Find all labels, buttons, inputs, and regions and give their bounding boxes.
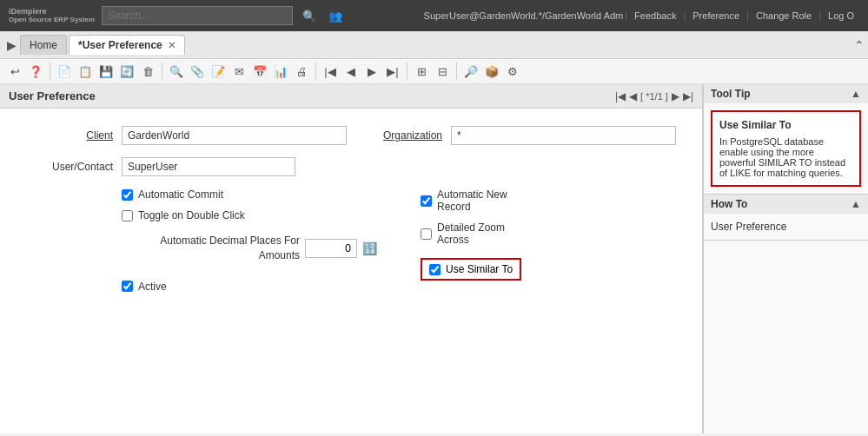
org-input[interactable] xyxy=(451,126,676,145)
tab-close-icon[interactable]: ✕ xyxy=(168,40,176,51)
detailed-zoom-check-row: Detailed ZoomAcross xyxy=(421,221,676,246)
toolbar-sep-4 xyxy=(407,63,407,80)
print-btn[interactable]: 🖨 xyxy=(292,62,311,81)
tab-home-label: Home xyxy=(30,39,57,51)
user-info-text: SuperUser@GardenWorld.*/GardenWorld Adm xyxy=(424,10,624,21)
user-contact-row: User/Contact xyxy=(26,157,676,176)
decimal-input[interactable] xyxy=(305,239,357,258)
pagination: |◀ ◀ [ *1/1 ] ▶ ▶| xyxy=(615,90,693,102)
toolbar-sep-1 xyxy=(50,63,50,80)
tab-user-preference-label: *User Preference xyxy=(78,39,162,51)
active-checkbox[interactable] xyxy=(122,281,133,292)
settings-btn[interactable]: ⚙ xyxy=(503,62,522,81)
feedback-link[interactable]: Feedback xyxy=(629,10,681,21)
auto-commit-checkbox[interactable] xyxy=(122,189,133,201)
page-prev-btn[interactable]: ◀ xyxy=(629,90,637,102)
page-current: [ *1/1 ] xyxy=(640,91,668,102)
org-label: Organization xyxy=(355,129,442,142)
email-btn[interactable]: ✉ xyxy=(229,62,248,81)
howto-section: How To ▲ User Preference xyxy=(704,195,868,241)
new-record-btn[interactable]: 📄 xyxy=(55,62,74,81)
client-label: Client xyxy=(26,129,113,142)
page-next-btn[interactable]: ▶ xyxy=(672,90,679,102)
tooltip-title: Tool Tip xyxy=(711,88,751,100)
nav-first-btn[interactable]: |◀ xyxy=(321,62,340,81)
back-btn[interactable]: ↩ xyxy=(5,62,24,81)
toolbar: ↩ ❓ 📄 📋 💾 🔄 🗑 🔍 📎 📝 ✉ 📅 📊 🖨 |◀ ◀ ▶ ▶| ⊞ … xyxy=(0,59,868,84)
toolbar-sep-2 xyxy=(162,63,162,80)
auto-new-check-row: Automatic NewRecord xyxy=(421,188,676,213)
use-similar-container: Use Similar To xyxy=(421,254,676,281)
help-btn[interactable]: ❓ xyxy=(26,62,45,81)
find-btn[interactable]: 🔍 xyxy=(167,62,186,81)
save-btn[interactable]: 💾 xyxy=(96,62,116,81)
client-input[interactable] xyxy=(122,126,347,145)
active-label: Active xyxy=(138,281,167,293)
change-role-link[interactable]: Change Role xyxy=(751,10,817,21)
global-search-input[interactable] xyxy=(102,6,293,25)
decimal-row: Automatic Decimal Places For Amounts 🔢 xyxy=(122,234,377,263)
toggle-dbl-check-row: Toggle on Double Click xyxy=(122,209,377,221)
search-icon-btn[interactable]: 🔍 xyxy=(300,6,319,25)
howto-text: User Preference xyxy=(711,221,786,233)
nav-next-btn[interactable]: ▶ xyxy=(362,62,381,81)
logo-tagline: Open Source ERP System xyxy=(9,17,95,23)
detailed-zoom-checkbox[interactable] xyxy=(421,228,432,240)
zoom-in-btn[interactable]: 🔎 xyxy=(461,62,480,81)
toolbar-sep-3 xyxy=(315,63,316,80)
user-input[interactable] xyxy=(122,157,295,176)
nav-left-arrow[interactable]: ▶ xyxy=(3,36,20,54)
main-panel: User Preference |◀ ◀ [ *1/1 ] ▶ ▶| Clien… xyxy=(0,84,703,433)
auto-commit-check-row: Automatic Commit xyxy=(122,188,377,201)
decimal-label: Automatic Decimal Places For Amounts xyxy=(122,234,300,263)
auto-commit-label: Automatic Commit xyxy=(138,188,223,201)
active-check-row: Active xyxy=(122,281,377,293)
checkboxes-section: Automatic Commit Toggle on Double Click … xyxy=(26,188,676,301)
preference-link[interactable]: Preference xyxy=(687,10,745,21)
logout-link[interactable]: Log O xyxy=(823,10,859,21)
user-label: User/Contact xyxy=(26,161,113,173)
nav-last-btn[interactable]: ▶| xyxy=(383,62,402,81)
howto-content: User Preference xyxy=(704,214,868,240)
use-similar-checkbox[interactable] xyxy=(429,264,441,275)
delete-btn[interactable]: 🗑 xyxy=(138,62,157,81)
toggle-dbl-checkbox[interactable] xyxy=(122,210,133,221)
nav-prev-btn[interactable]: ◀ xyxy=(341,62,361,81)
content-wrapper: User Preference |◀ ◀ [ *1/1 ] ▶ ▶| Clien… xyxy=(0,84,868,433)
calculator-icon[interactable]: 🔢 xyxy=(362,241,377,255)
tooltip-header: Tool Tip ▲ xyxy=(704,84,868,103)
copy-record-btn[interactable]: 📋 xyxy=(76,62,95,81)
refresh-btn[interactable]: 🔄 xyxy=(117,62,136,81)
tooltip-collapse-btn[interactable]: ▲ xyxy=(851,88,861,100)
page-last-btn[interactable]: ▶| xyxy=(683,90,693,102)
right-panel: Tool Tip ▲ Use Similar To In PostgreSQL … xyxy=(703,84,868,433)
window-collapse-btn[interactable]: ⌃ xyxy=(854,38,865,52)
auto-new-label: Automatic NewRecord xyxy=(437,188,507,213)
expand-btn[interactable]: ⊞ xyxy=(412,62,431,81)
page-first-btn[interactable]: |◀ xyxy=(615,90,626,102)
top-bar-right: SuperUser@GardenWorld.*/GardenWorld Adm … xyxy=(424,10,859,21)
tooltip-box-title: Use Similar To xyxy=(719,119,852,131)
note-btn[interactable]: 📝 xyxy=(209,62,228,81)
left-checks: Automatic Commit Toggle on Double Click … xyxy=(26,188,377,301)
logo-text: iDempiere xyxy=(9,8,95,16)
detailed-zoom-label: Detailed ZoomAcross xyxy=(437,221,505,246)
archive-btn[interactable]: 📦 xyxy=(482,62,501,81)
attach-btn[interactable]: 📎 xyxy=(188,62,207,81)
report-btn[interactable]: 📊 xyxy=(271,62,290,81)
tab-user-preference[interactable]: *User Preference ✕ xyxy=(69,35,185,55)
tab-home[interactable]: Home xyxy=(20,35,67,55)
right-checks: Automatic NewRecord Detailed ZoomAcross … xyxy=(377,188,676,301)
howto-header: How To ▲ xyxy=(704,195,868,214)
top-bar-left: iDempiere Open Source ERP System 🔍 👥 xyxy=(9,6,345,25)
calendar-btn[interactable]: 📅 xyxy=(250,62,269,81)
collapse-btn[interactable]: ⊟ xyxy=(433,62,452,81)
howto-collapse-btn[interactable]: ▲ xyxy=(851,198,861,210)
toolbar-sep-5 xyxy=(456,63,457,80)
tooltip-content-box: Use Similar To In PostgreSQL database en… xyxy=(711,110,861,187)
auto-new-checkbox[interactable] xyxy=(421,195,432,207)
user-icon-btn[interactable]: 👥 xyxy=(326,6,345,25)
top-bar: iDempiere Open Source ERP System 🔍 👥 Sup… xyxy=(0,0,868,31)
tooltip-box-content: In PostgreSQL database enable using the … xyxy=(719,136,852,178)
tooltip-section: Tool Tip ▲ Use Similar To In PostgreSQL … xyxy=(704,84,868,195)
